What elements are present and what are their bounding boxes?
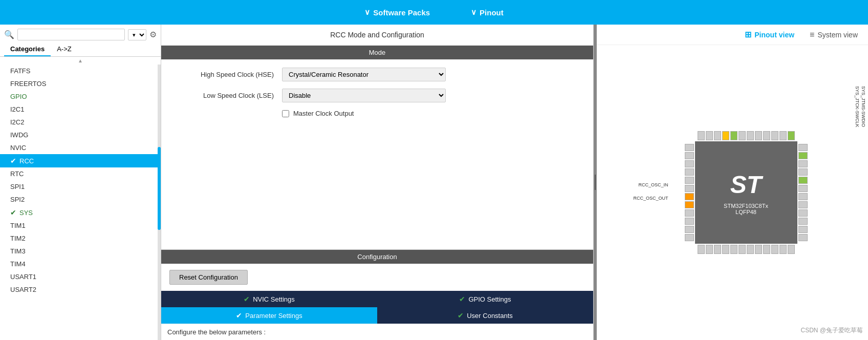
lse-select[interactable]: Disable Crystal/Ceramic Resonator Bypass…	[282, 89, 446, 102]
sidebar-scrollbar-thumb[interactable]	[158, 147, 161, 229]
scroll-up-indicator: ▲	[0, 57, 161, 65]
pin-left-12	[685, 234, 694, 241]
pinout-view-icon: ⊞	[745, 30, 751, 39]
sidebar-item-gpio[interactable]: GPIO	[0, 90, 161, 103]
chip-area: SYS_JTCK-SWCLK SYS_JTMS-SWDIO	[597, 45, 868, 340]
spi2-label: SPI2	[10, 196, 25, 203]
reset-configuration-button[interactable]: Reset Configuration	[169, 270, 248, 285]
pin-top-7	[747, 131, 754, 140]
pin-right-8	[798, 201, 808, 208]
pinout-chevron: ∨	[471, 8, 476, 17]
pins-bottom	[685, 245, 808, 254]
nvic-tab-label: NVIC Settings	[253, 295, 295, 303]
sidebar-item-spi1[interactable]: SPI1	[0, 180, 161, 193]
sidebar-list-inner: FATFS FREERTOS GPIO I2C1 I2C2 IWDG	[0, 65, 161, 296]
configure-label: Configure the below parameters :	[161, 324, 593, 340]
pin-top-4	[722, 131, 729, 140]
pin-bottom-2	[706, 245, 713, 254]
hse-select[interactable]: Crystal/Ceramic Resonator Disable Bypass…	[282, 68, 446, 81]
sys-jtms-swdio-label: SYS_JTMS-SWDIO	[861, 86, 866, 127]
sidebar-item-rtc[interactable]: RTC	[0, 167, 161, 180]
sidebar-item-i2c2[interactable]: I2C2	[0, 116, 161, 129]
software-packs-tab[interactable]: ∨ Software Packs	[364, 8, 430, 17]
pin-left-8-rcc-osc-out	[685, 201, 694, 208]
search-input[interactable]	[17, 29, 125, 40]
rcc-check-icon: ✔	[10, 157, 16, 165]
sidebar-item-tim1[interactable]: TIM1	[0, 219, 161, 232]
sidebar-list: FATFS FREERTOS GPIO I2C1 I2C2 IWDG	[0, 65, 161, 340]
pinout-view-tab[interactable]: ⊞ Pinout view	[745, 30, 794, 39]
right-panel: ⊞ Pinout view ≡ System view SYS_JTCK-SWC…	[597, 25, 868, 340]
sidebar-item-i2c1[interactable]: I2C1	[0, 103, 161, 116]
gear-icon[interactable]: ⚙	[149, 30, 157, 39]
pin-top-3	[714, 131, 721, 140]
config-buttons-row: Reset Configuration	[161, 264, 593, 291]
sidebar-item-tim2[interactable]: TIM2	[0, 232, 161, 245]
pinout-tab[interactable]: ∨ Pinout	[471, 8, 504, 17]
constants-tab-label: User Constants	[467, 312, 513, 320]
top-bar: ∨ Software Packs ∨ Pinout	[0, 0, 868, 25]
sidebar-item-freertos[interactable]: FREERTOS	[0, 77, 161, 90]
sidebar-item-usart1[interactable]: USART1	[0, 270, 161, 283]
pin-left-11	[685, 226, 694, 233]
pin-left-2	[685, 152, 694, 159]
params-check-icon: ✔	[236, 311, 242, 320]
sidebar-item-rcc[interactable]: ✔ RCC	[0, 154, 161, 167]
gpio-check-icon: ✔	[459, 295, 465, 303]
sidebar-item-fatfs[interactable]: FATFS	[0, 65, 161, 77]
pin-bottom-7	[747, 245, 754, 254]
tab-az[interactable]: A->Z	[51, 42, 78, 56]
spacer	[161, 125, 593, 249]
parameter-settings-tab[interactable]: ✔ Parameter Settings	[161, 307, 377, 324]
pin-left-6	[685, 185, 694, 192]
software-packs-chevron: ∨	[364, 8, 370, 17]
pin-top-2	[706, 131, 713, 140]
center-panel: RCC Mode and Configuration Mode High Spe…	[161, 25, 594, 340]
pin-right-9	[798, 209, 808, 217]
sidebar-item-nvic[interactable]: NVIC	[0, 141, 161, 154]
watermark: CSDN @兔子爱吃草莓	[800, 326, 863, 335]
pin-top-9	[763, 131, 770, 140]
system-view-tab[interactable]: ≡ System view	[810, 30, 858, 39]
nvic-check-icon: ✔	[244, 295, 250, 303]
params-tab-label: Parameter Settings	[245, 312, 302, 320]
tim4-label: TIM4	[10, 260, 26, 268]
pin-bottom-10	[771, 245, 778, 254]
pin-right-10	[798, 218, 808, 225]
sidebar-item-tim3[interactable]: TIM3	[0, 245, 161, 258]
sidebar-item-iwdg[interactable]: IWDG	[0, 129, 161, 141]
pin-top-12	[788, 131, 795, 140]
sidebar-item-sys[interactable]: ✔ SYS	[0, 206, 161, 219]
pin-bottom-12	[788, 245, 795, 254]
pin-right-12	[798, 234, 808, 241]
sidebar-item-tim4[interactable]: TIM4	[0, 258, 161, 270]
sidebar: 🔍 ▾ ⚙ Categories A->Z ▲ FATFS FREERTOS G…	[0, 25, 161, 340]
sidebar-scrollbar[interactable]	[158, 65, 161, 340]
pin-bottom-4	[722, 245, 729, 254]
master-clock-checkbox[interactable]	[282, 110, 289, 117]
constants-check-icon: ✔	[458, 311, 464, 320]
pin-top-11	[779, 131, 787, 140]
pin-bottom-3	[714, 245, 721, 254]
sidebar-item-spi2[interactable]: SPI2	[0, 193, 161, 206]
pin-left-4	[685, 168, 694, 176]
pin-top-6	[739, 131, 746, 140]
chip-container: ST STM32F103C8Tx LQFP48	[685, 131, 808, 254]
pin-left-1	[685, 144, 694, 151]
nvic-settings-tab[interactable]: ✔ NVIC Settings	[161, 291, 377, 307]
pin-right-11	[798, 226, 808, 233]
tim1-label: TIM1	[10, 222, 26, 229]
tab-categories[interactable]: Categories	[4, 42, 51, 56]
sidebar-item-usart2[interactable]: USART2	[0, 283, 161, 296]
lse-row: Low Speed Clock (LSE) Disable Crystal/Ce…	[171, 89, 583, 102]
mcu-chip-package: LQFP48	[735, 209, 756, 215]
pin-right-7	[798, 193, 808, 200]
search-dropdown[interactable]: ▾	[128, 29, 146, 40]
gpio-tab-label: GPIO Settings	[468, 295, 511, 303]
i2c1-label: I2C1	[10, 105, 24, 113]
usart1-label: USART1	[10, 273, 36, 281]
user-constants-tab[interactable]: ✔ User Constants	[377, 307, 593, 324]
search-icon: 🔍	[4, 30, 14, 39]
gpio-settings-tab[interactable]: ✔ GPIO Settings	[377, 291, 593, 307]
pins-left	[685, 144, 694, 241]
